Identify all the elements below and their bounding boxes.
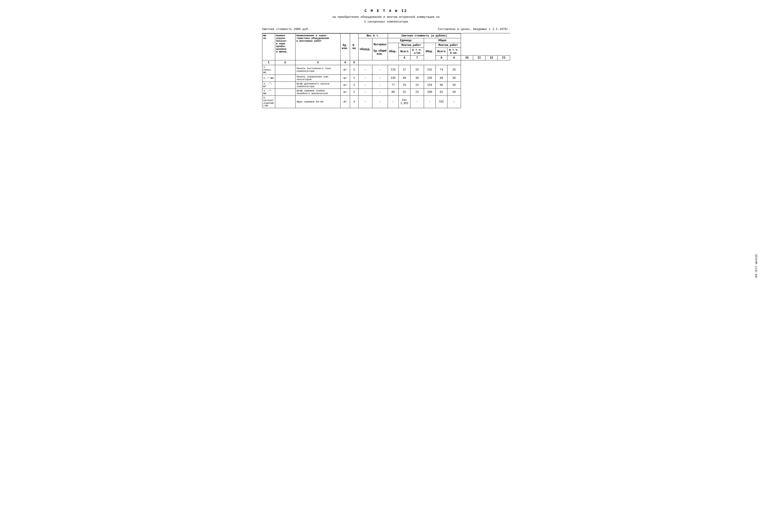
row4-num: 4. –"–№8 xyxy=(262,89,275,96)
th-vsego2: Всего xyxy=(435,48,447,56)
row4-c9: 3I xyxy=(398,89,410,96)
row3-qty: 2 xyxy=(350,82,358,89)
cn2: 2 xyxy=(275,60,295,65)
col-num-7: 7 xyxy=(410,56,424,60)
row4-c12: 62 xyxy=(435,89,447,96)
row4-unit: шт xyxy=(340,89,350,96)
title-section: С М Е Т А № I2 на приобретение оборудова… xyxy=(262,9,510,23)
row5-c10: – xyxy=(410,96,424,108)
row1-c8: II6 xyxy=(388,65,398,75)
row1-unit: шт xyxy=(340,65,350,75)
row1-qty: 2 xyxy=(350,65,358,75)
col-num-10: IO xyxy=(461,56,473,60)
side-text: 353ЧМ-110-88 xyxy=(754,254,758,278)
row2-w2: – xyxy=(372,75,388,82)
th-smeta-label: Сметная стоимость (в рублях) xyxy=(388,34,461,38)
th-obshaya: Общая xyxy=(424,38,461,43)
cn5: 5 xyxy=(350,60,358,65)
row5-num: 5. КаталогизделийГЭМ xyxy=(262,96,275,108)
row5-name: Ящик зажимов ЯЗ–60 xyxy=(295,96,340,108)
header-row-numbers-main: I 2 3 4 5 xyxy=(262,60,510,65)
main-title: С М Е Т А № I2 xyxy=(262,9,510,13)
table-row: 2.–"–№6 Панель управления ком-пенсатором… xyxy=(262,75,510,82)
main-table: №№пп Наимен.укрупн.показат.и норм.прейок… xyxy=(262,33,510,108)
row3-name: Шкаф дренажного насоса компенсатора xyxy=(295,82,340,89)
row3-num: 3. –"–№7 xyxy=(262,82,275,89)
th-obor2: Обор. xyxy=(424,43,435,60)
table-row: 5. КаталогизделийГЭМ Ящик зажимов ЯЗ–60 … xyxy=(262,96,510,108)
row1-num: I. Кальк.№5 xyxy=(262,65,275,75)
row4-pos xyxy=(275,89,295,96)
th-weight-obor: оборуд. xyxy=(358,38,372,60)
table-row: 4. –"–№8 Шкаф зажимов ячейки линейного в… xyxy=(262,89,510,96)
row1-c11: 232 xyxy=(424,65,435,75)
th-montaj1: Монтаж.работ xyxy=(398,43,424,48)
row5-c8: – xyxy=(388,96,398,108)
th-num: №№пп xyxy=(262,34,275,60)
th-pos: Наимен.укрупн.показат.и норм.прейок.ценн… xyxy=(275,34,295,60)
table-row: 3. –"–№7 Шкаф дренажного насоса компенса… xyxy=(262,82,510,89)
th-weight-mat: МатериалЕд.общийизм. xyxy=(372,38,388,60)
row4-name: Шкаф зажимов ячейки линейного выключател… xyxy=(295,89,340,96)
row3-w2: – xyxy=(372,82,388,89)
meta-right: Составлена в ценах, вводимых с I.I.1976г… xyxy=(438,27,510,31)
row4-c11: I60 xyxy=(424,89,435,96)
row3-c9: 33 xyxy=(398,82,410,89)
col-num-8: 8 xyxy=(435,56,447,60)
row5-w1: – xyxy=(358,96,372,108)
row3-c11: I54 xyxy=(424,82,435,89)
row1-c10: IO xyxy=(410,65,424,75)
row2-unit: шт xyxy=(340,75,350,82)
row2-name: Панель управления ком-пенсатором xyxy=(295,75,340,82)
row3-c13: 28 xyxy=(447,82,461,89)
row2-c10: 30 xyxy=(410,75,424,82)
row2-c12: 89 xyxy=(435,75,447,82)
cn3: 3 xyxy=(295,60,340,65)
row1-c13: 20 xyxy=(447,65,461,75)
meta-row: Сметная стоимость 2006 руб. Составлена в… xyxy=(262,27,510,31)
row4-w2: – xyxy=(372,89,388,96)
th-montaj2: Монтаж.работ xyxy=(435,43,461,48)
row5-c11: – xyxy=(424,96,435,108)
row1-name: Панель постоянного тока компенсатора xyxy=(295,65,340,75)
row1-pos xyxy=(275,65,295,75)
row5-unit: шт xyxy=(340,96,350,108)
col-num-11: II xyxy=(473,56,485,60)
col-num-6: 6 xyxy=(398,56,410,60)
row5-pos xyxy=(275,96,295,108)
col-num-13: I3 xyxy=(498,56,510,60)
subtitle-line1: на приобретение оборудования и монтаж вт… xyxy=(262,15,510,19)
th-obor1: Обор. xyxy=(388,43,398,60)
th-weight-label: Вес в т. xyxy=(358,34,388,38)
row1-w1: – xyxy=(358,65,372,75)
row3-unit: шт xyxy=(340,82,350,89)
row3-c10: I4 xyxy=(410,82,424,89)
row2-c11: 235 xyxy=(424,75,435,82)
row3-c12: 66 xyxy=(435,82,447,89)
row2-pos xyxy=(275,75,295,82)
row5-c13: – xyxy=(447,96,461,108)
row2-w1: – xyxy=(358,75,372,82)
th-name: Наименование и харак-теристика оборудова… xyxy=(295,34,340,60)
th-unit: Ед.изм. xyxy=(340,34,350,60)
col-num-9: 9 xyxy=(447,56,461,60)
row2-num: 2.–"–№6 xyxy=(262,75,275,82)
row4-qty: 2 xyxy=(350,89,358,96)
row2-c13: 30 xyxy=(447,75,461,82)
row2-c8: 235 xyxy=(388,75,398,82)
row1-c9: 37 xyxy=(398,65,410,75)
cn1: I xyxy=(262,60,275,65)
row1-w2: – xyxy=(372,65,388,75)
row3-pos xyxy=(275,82,295,89)
th-vsego1: Всего xyxy=(398,48,410,56)
meta-left: Сметная стоимость 2006 руб. xyxy=(262,27,310,31)
row4-c10: I4 xyxy=(410,89,424,96)
page-container: 353ЧМ-110-88 С М Е Т А № I2 на приобрете… xyxy=(262,9,510,108)
th-vtch1: в т.ч.з/пл xyxy=(410,48,424,56)
row4-c8: 80 xyxy=(388,89,398,96)
table-row: I. Кальк.№5 Панель постоянного тока комп… xyxy=(262,65,510,75)
row2-c9: 89 xyxy=(398,75,410,82)
row5-w2: – xyxy=(372,96,388,108)
th-vtch2: в т.ч.3-пл. xyxy=(447,48,461,56)
row3-w1: – xyxy=(358,82,372,89)
